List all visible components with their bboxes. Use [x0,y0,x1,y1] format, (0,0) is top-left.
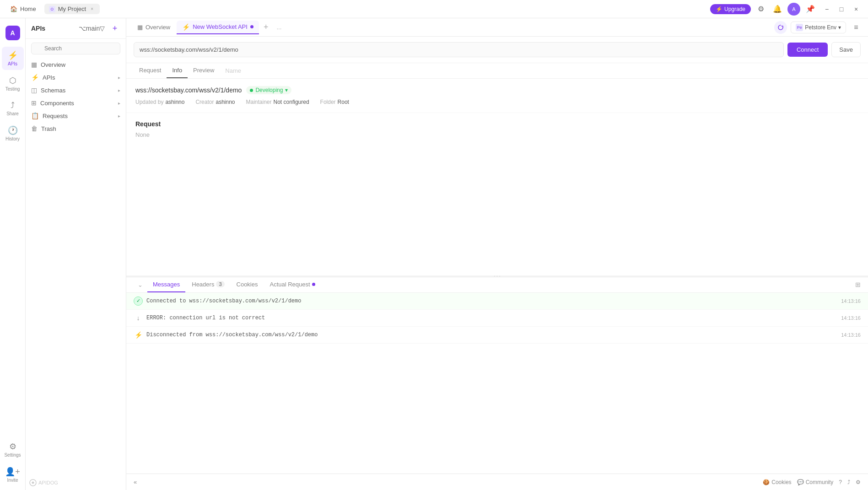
disconnected-message-text: Disconnected from wss://socketsbay.com/w… [146,332,841,338]
msg-tab-headers[interactable]: Headers 3 [186,277,230,292]
apis-label: APIs [8,61,17,66]
project-tab[interactable]: ⊙ My Project × [44,4,100,14]
nav-search-input[interactable] [31,43,120,54]
upgrade-button[interactable]: ⚡ Upgrade [710,4,751,14]
error-message-text: ERROR: connection url is not correct [146,315,841,321]
connect-button[interactable]: Connect [787,43,828,57]
nav-item-overview[interactable]: ▦ Overview [26,58,126,71]
tab-new-websocket-api[interactable]: ⚡ New WebSocket API [177,21,259,34]
msg-tab-actual-request[interactable]: Actual Request [264,277,320,292]
home-tab[interactable]: 🏠 Home [5,4,41,14]
close-button[interactable]: × [850,3,863,16]
sidebar-item-apis[interactable]: ⚡ APIs [2,47,24,70]
websocket-tab-label: New WebSocket API [193,23,248,30]
msg-tab-cookies[interactable]: Cookies [231,277,264,292]
nav-item-schemas[interactable]: ◫ Schemas ▸ [26,84,126,97]
settings-bottom-button[interactable]: ⚙ [856,479,861,485]
status-badge[interactable]: Developing ▾ [246,86,291,94]
req-tab-name[interactable]: Name [220,64,247,78]
community-button[interactable]: 💬 Community [797,479,834,485]
messages-panel: ⌄ Messages Headers 3 Cookies Actual Requ… [126,277,868,474]
nav-search-container: 🔍 [26,39,126,58]
main-layout: A ⚡ APIs ⬡ Testing ⤴ Share 🕐 History ⚙ S… [0,18,868,490]
help-icon: ? [839,479,842,485]
schemas-nav-arrow: ▸ [118,88,120,93]
nav-item-trash[interactable]: 🗑 Trash [26,122,126,135]
env-selector-label: Petstore Env [805,24,836,31]
testing-icon: ⬡ [9,75,16,86]
url-input[interactable] [134,42,784,57]
overview-nav-icon: ▦ [31,61,37,68]
bottom-bar: « 🍪 Cookies 💬 Community ? ⤴ [126,474,868,490]
req-tab-request[interactable]: Request [134,63,167,78]
req-tab-preview[interactable]: Preview [188,63,220,78]
messages-tabs: ⌄ Messages Headers 3 Cookies Actual Requ… [126,277,868,293]
cookies-button[interactable]: 🍪 Cookies [763,479,791,485]
share-bottom-button[interactable]: ⤴ [847,479,850,485]
sidebar-item-testing[interactable]: ⬡ Testing [2,72,24,95]
updated-by-label: Updated by [135,99,163,105]
env-selector[interactable]: Pe Petstore Env ▾ [791,22,846,33]
save-button[interactable]: Save [831,42,861,57]
req-tab-info[interactable]: Info [167,63,188,78]
minimize-button[interactable]: − [820,3,833,16]
collapse-panel-button[interactable]: ⌄ [134,278,146,291]
settings-label: Settings [4,452,21,458]
actual-request-dot [312,283,315,286]
nav-item-apis[interactable]: ⚡ APIs ▸ [26,71,126,84]
help-button[interactable]: ? [839,479,842,485]
sync-button[interactable] [774,21,787,34]
add-tab-button[interactable]: + [260,21,272,34]
middle-content: wss://socketsbay.com/wss/v2/1/demo Devel… [126,79,868,275]
upgrade-icon: ⚡ [716,6,722,12]
invite-label: Invite [7,478,18,483]
invite-icon: 👤+ [5,467,20,477]
info-folder: Folder Root [320,99,349,105]
sidebar-item-settings[interactable]: ⚙ Settings [2,438,24,461]
status-chevron-icon: ▾ [285,87,288,93]
maximize-button[interactable]: □ [835,3,848,16]
close-tab-button[interactable]: × [89,6,95,12]
sidebar-logo[interactable]: A [2,22,24,45]
avatar[interactable]: A [787,3,800,16]
cookies-icon: 🍪 [763,479,770,485]
tab-bar: ▦ Overview ⚡ New WebSocket API + ... [126,18,868,37]
share-bottom-icon: ⤴ [847,479,850,485]
message-row-connected: ✓ Connected to wss://socketsbay.com/wss/… [126,293,868,310]
logo-icon: A [5,26,20,40]
add-api-button[interactable]: + [109,23,120,34]
nav-item-components[interactable]: ⊞ Components ▸ [26,97,126,109]
filter-button[interactable]: ▽ [97,23,108,34]
notifications-icon-btn[interactable]: 🔔 [771,3,784,16]
schemas-nav-icon: ◫ [31,86,37,94]
components-nav-icon: ⊞ [31,99,37,107]
sidebar-item-history[interactable]: 🕐 History [2,122,24,145]
icon-sidebar: A ⚡ APIs ⬡ Testing ⤴ Share 🕐 History ⚙ S… [0,18,26,490]
project-tab-icon: ⊙ [49,6,55,12]
sidebar-item-share[interactable]: ⤴ Share [2,97,24,120]
request-bar: Connect Save [126,37,868,63]
collapse-sidebar-button[interactable]: « [134,479,137,485]
branch-selector[interactable]: ⌥ main [84,23,95,34]
nav-item-requests[interactable]: 📋 Requests ▸ [26,109,126,122]
msg-tab-messages[interactable]: Messages [147,277,185,292]
sidebar-item-invite[interactable]: 👤+ Invite [2,463,24,486]
apis-nav-arrow: ▸ [118,75,120,80]
more-tabs-button[interactable]: ... [273,22,285,32]
connected-icon: ✓ [134,296,143,306]
requests-nav-label: Requests [43,113,68,119]
table-view-icon[interactable]: ⊞ [855,281,861,288]
maintainer-label: Maintainer [246,99,272,105]
schemas-nav-label: Schemas [41,87,65,94]
components-nav-label: Components [40,100,74,107]
nav-sidebar-controls: ⌥ main ▽ + [84,23,120,34]
settings-icon-btn[interactable]: ⚙ [755,3,767,16]
hamburger-button[interactable]: ≡ [850,21,863,34]
pin-icon-btn[interactable]: 📌 [804,3,817,16]
overview-tab-icon: ▦ [137,24,143,31]
window-controls: − □ × [820,3,863,16]
trash-nav-icon: 🗑 [31,125,38,132]
maintainer-value: Not configured [274,99,309,105]
tab-overview[interactable]: ▦ Overview [132,21,176,33]
disconnected-icon: ⚡ [134,330,143,339]
